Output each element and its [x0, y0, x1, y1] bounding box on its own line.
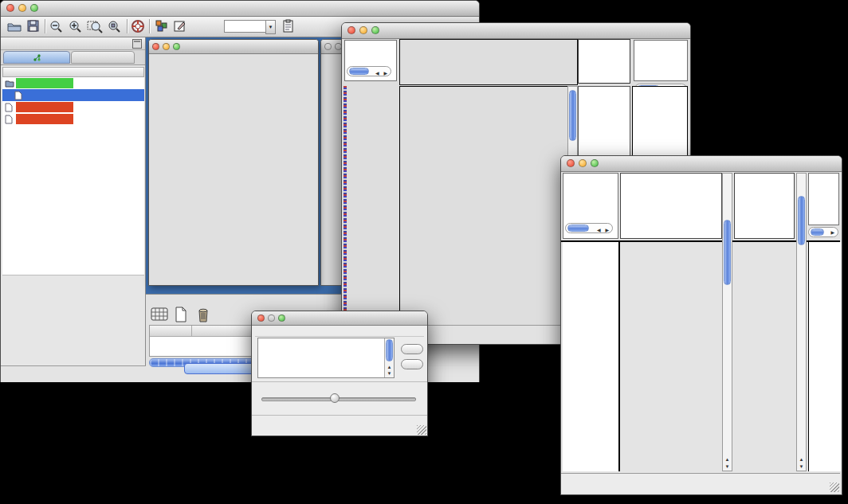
- file-icon: [5, 103, 14, 111]
- help-ring-icon[interactable]: [131, 19, 147, 33]
- network-table-header: [2, 67, 144, 77]
- close-button[interactable]: [567, 159, 575, 167]
- tv1-column-dendrogram[interactable]: [399, 39, 578, 85]
- network-list-empty: [2, 127, 144, 275]
- network-name: [16, 114, 73, 124]
- float-panel-icon[interactable]: [132, 39, 142, 49]
- tv1-column-labels: [578, 39, 630, 84]
- zoom-selected-icon[interactable]: [107, 19, 123, 33]
- tv2-column-dendrogram-area: [620, 173, 722, 239]
- tv2-view-status: ◀ ▶: [563, 173, 618, 239]
- network-overview-canvas[interactable]: [2, 278, 144, 364]
- minimize-button[interactable]: [18, 4, 26, 12]
- zoom-button[interactable]: [371, 26, 379, 34]
- toolbar-separator: [127, 19, 128, 33]
- new-file-icon[interactable]: [173, 307, 189, 326]
- network-tab-icon: [33, 54, 41, 61]
- close-button[interactable]: [152, 43, 159, 50]
- network-name: [16, 102, 73, 112]
- tv2-heatmap-scrollbar[interactable]: ▲▼: [722, 173, 732, 471]
- file-icon: [5, 115, 14, 123]
- close-button[interactable]: [347, 26, 355, 34]
- toolbar-separator: [45, 19, 45, 33]
- dialog-title-bar[interactable]: [252, 311, 427, 326]
- network-name: [16, 78, 73, 88]
- tv2-usage-scrollbar[interactable]: ▶: [808, 227, 838, 237]
- tv2-usage-hints: [808, 173, 839, 225]
- close-button[interactable]: [257, 315, 265, 322]
- zoom-out-icon[interactable]: [49, 19, 65, 33]
- folder-icon: [5, 79, 14, 88]
- save-icon[interactable]: [26, 19, 42, 33]
- tv2-row-dendrogram[interactable]: [563, 242, 618, 471]
- minimize-button[interactable]: [579, 159, 587, 167]
- attribute-listbox[interactable]: [257, 338, 395, 378]
- tv1-view-status: ◀ ▶: [344, 40, 397, 81]
- network-list: [2, 77, 144, 127]
- tv1-mini-matrix[interactable]: [582, 98, 625, 141]
- zoom-in-icon[interactable]: [68, 19, 84, 33]
- zoom-button[interactable]: [173, 43, 180, 50]
- tv2-gene-list: [808, 242, 841, 471]
- edit-panel-icon[interactable]: [173, 19, 189, 33]
- tv2-heatmap[interactable]: [620, 242, 722, 471]
- annotation-icon[interactable]: [281, 19, 297, 33]
- tv2-status-scrollbar[interactable]: ◀ ▶: [565, 223, 613, 233]
- zoom-fit-icon[interactable]: [87, 19, 103, 33]
- table-icon[interactable]: [151, 307, 168, 326]
- tv2-zoom-scrollbar[interactable]: ▲▼: [796, 173, 807, 471]
- minimize-button[interactable]: [163, 43, 170, 50]
- resize-grip[interactable]: [417, 425, 426, 435]
- tv2-button-bar: [561, 473, 840, 494]
- main-title-bar[interactable]: [1, 1, 479, 17]
- tab-network[interactable]: [3, 51, 70, 64]
- treeview2-title-bar[interactable]: [561, 156, 842, 172]
- zoom-button[interactable]: [278, 315, 285, 322]
- speed-slider-thumb[interactable]: [330, 393, 340, 403]
- tab-vizmapper[interactable]: [71, 51, 135, 64]
- move-down-button[interactable]: [401, 359, 423, 369]
- plugin-panel-icon[interactable]: [155, 19, 171, 33]
- toolbar-separator: [149, 19, 150, 33]
- control-panel: [1, 37, 146, 365]
- tv1-row-dendrogram[interactable]: [347, 86, 397, 323]
- tv2-zoom-heatmap[interactable]: [734, 242, 795, 471]
- network-window-1[interactable]: [148, 39, 319, 286]
- attribute-list-scrollbar[interactable]: ▲▼: [384, 338, 394, 377]
- resize-grip[interactable]: [830, 483, 839, 492]
- network-list-row[interactable]: [2, 113, 144, 125]
- treeview1-title-bar[interactable]: [342, 23, 690, 39]
- control-panel-tabs: [1, 50, 145, 65]
- file-icon: [14, 91, 23, 100]
- tv2-column-labels: [734, 173, 795, 239]
- network-list-row[interactable]: [2, 89, 144, 101]
- tv1-heatmap[interactable]: [399, 86, 567, 324]
- minimize-button[interactable]: [268, 315, 275, 322]
- search-input[interactable]: [224, 20, 267, 33]
- search-dropdown-arrow[interactable]: ▼: [265, 20, 276, 34]
- tv1-usage-hints: [634, 40, 688, 81]
- network-canvas-1[interactable]: [150, 53, 317, 283]
- close-button[interactable]: [6, 4, 14, 12]
- close-button[interactable]: [324, 43, 332, 50]
- network-name: [25, 90, 82, 100]
- window-controls: [6, 4, 38, 12]
- network-list-row[interactable]: [2, 101, 144, 113]
- move-up-button[interactable]: [401, 344, 423, 354]
- network-list-row[interactable]: [2, 77, 144, 89]
- trash-icon[interactable]: [195, 307, 211, 326]
- minimize-button[interactable]: [359, 26, 367, 34]
- map-colors-dialog: ▲▼: [251, 311, 428, 436]
- zoom-button[interactable]: [30, 4, 38, 12]
- tv1-status-scrollbar[interactable]: ◀ ▶: [347, 66, 391, 76]
- open-folder-icon[interactable]: [6, 19, 22, 33]
- zoom-button[interactable]: [591, 159, 599, 167]
- treeview-window-2: ◀ ▶ ▶ ▲▼ ▲▼: [560, 155, 842, 495]
